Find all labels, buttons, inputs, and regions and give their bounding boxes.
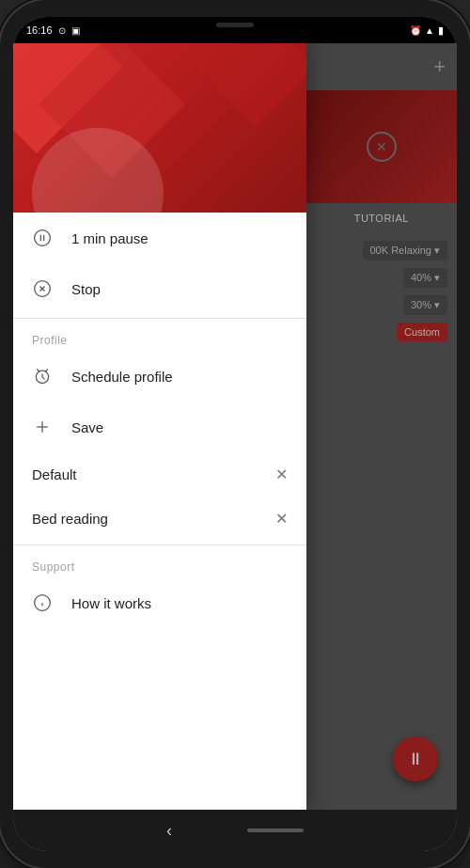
how-it-works-label: How it works <box>71 595 151 611</box>
back-button[interactable]: ‹ <box>166 821 172 841</box>
pause-label: 1 min pause <box>71 230 149 246</box>
pause-icon <box>32 228 53 248</box>
drawer-menu: 1 min pause Stop <box>13 213 306 810</box>
alarm-clock-icon <box>32 366 53 387</box>
phone-device: 16:16 ⊙ ▣ ⏰ ▲ ▮ <box>0 0 470 868</box>
navigation-bar: ‹ <box>13 810 457 851</box>
default-close-icon[interactable]: ✕ <box>275 466 288 483</box>
battery-icon: ▮ <box>438 24 444 37</box>
signal-icon: ▲ <box>425 25 434 36</box>
support-section-label: Support <box>13 549 306 577</box>
speaker-notch <box>216 23 254 27</box>
alarm-icon: ⏰ <box>410 25 421 36</box>
svg-point-0 <box>35 230 51 246</box>
menu-item-how-it-works[interactable]: How it works <box>13 577 306 628</box>
status-time: 16:16 ⊙ ▣ <box>26 24 80 36</box>
time-display: 16:16 <box>26 24 53 36</box>
menu-item-stop[interactable]: Stop <box>13 263 306 314</box>
menu-item-schedule[interactable]: Schedule profile <box>13 351 306 402</box>
default-profile-label: Default <box>32 466 77 482</box>
wifi-icon: ⊙ <box>58 25 66 36</box>
status-bar: 16:16 ⊙ ▣ ⏰ ▲ ▮ <box>13 17 457 43</box>
divider-2 <box>13 544 306 545</box>
plus-icon <box>32 417 53 437</box>
side-drawer: 1 min pause Stop <box>13 43 306 810</box>
profile-section-label: Profile <box>13 323 306 351</box>
sim-icon: ▣ <box>71 25 80 36</box>
stop-circle-icon <box>32 278 53 299</box>
bed-reading-profile-label: Bed reading <box>32 511 108 527</box>
home-indicator[interactable] <box>247 829 304 832</box>
menu-item-save[interactable]: Save <box>13 402 306 452</box>
drawer-shape4 <box>195 43 306 127</box>
menu-item-pause[interactable]: 1 min pause <box>13 213 306 263</box>
drawer-header-image <box>13 43 306 213</box>
profile-item-default[interactable]: Default ✕ <box>13 452 306 497</box>
screen-content: + ✕ TUTORIAL 00K Relaxing ▾ <box>13 43 457 810</box>
divider-1 <box>13 318 306 319</box>
svg-line-8 <box>45 370 48 372</box>
bed-reading-close-icon[interactable]: ✕ <box>275 510 288 528</box>
stop-label: Stop <box>71 281 101 297</box>
phone-screen: 16:16 ⊙ ▣ ⏰ ▲ ▮ <box>13 17 457 851</box>
schedule-profile-label: Schedule profile <box>71 369 173 385</box>
save-label: Save <box>71 419 103 435</box>
profile-item-bed-reading[interactable]: Bed reading ✕ <box>13 497 306 541</box>
svg-line-7 <box>37 370 39 372</box>
info-icon <box>32 592 53 613</box>
status-icons-right: ⏰ ▲ ▮ <box>410 24 444 37</box>
